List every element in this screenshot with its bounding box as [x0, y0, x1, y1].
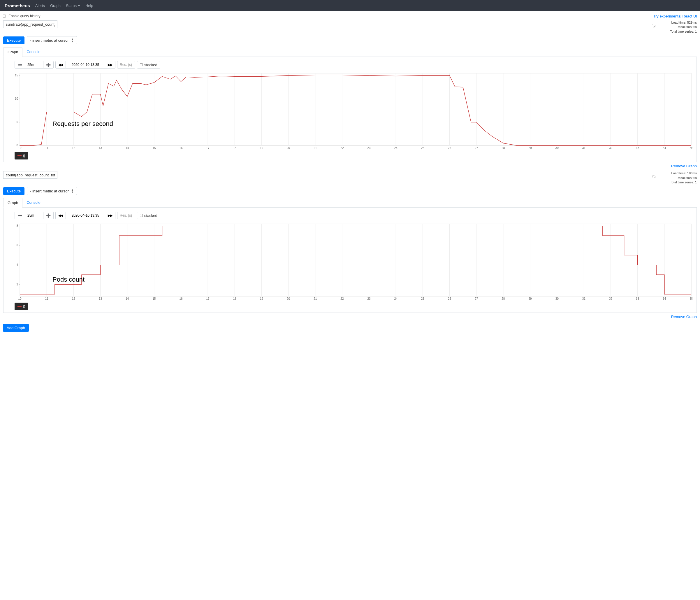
svg-text:30: 30 [555, 297, 559, 300]
svg-text:0: 0 [16, 144, 18, 147]
time-input[interactable] [66, 61, 105, 69]
svg-text:24: 24 [394, 146, 398, 149]
svg-text:23: 23 [368, 297, 371, 300]
range-input[interactable] [25, 61, 43, 69]
enable-history-label: Enable query history [8, 14, 40, 18]
graph-panel: Load time: 529ms Resolution: 6s Total ti… [3, 20, 697, 171]
nav-help[interactable]: Help [85, 3, 93, 8]
nav-alerts[interactable]: Alerts [35, 3, 45, 8]
chevron-down-icon [78, 5, 80, 6]
svg-text:19: 19 [260, 297, 264, 300]
svg-text:28: 28 [502, 146, 505, 149]
svg-text:16: 16 [179, 297, 183, 300]
svg-text:26: 26 [448, 297, 451, 300]
svg-text:23: 23 [368, 146, 371, 149]
svg-text:20: 20 [287, 297, 290, 300]
range-minus-button[interactable]: ➖ [15, 212, 25, 219]
svg-text:34: 34 [663, 297, 666, 300]
svg-text:29: 29 [528, 297, 532, 300]
time-input[interactable] [66, 212, 105, 219]
query-stats: Load time: 529ms Resolution: 6s Total ti… [659, 20, 697, 34]
svg-text:29: 29 [528, 146, 532, 149]
remove-graph-link[interactable]: Remove Graph [671, 315, 697, 319]
range-minus-button[interactable]: ➖ [15, 61, 25, 69]
chart-annotation: Requests per second [52, 120, 113, 128]
range-plus-button[interactable]: ➕ [43, 61, 54, 69]
svg-text:10: 10 [15, 97, 18, 100]
time-back-button[interactable]: ◀◀ [55, 212, 66, 219]
nav-status[interactable]: Status [66, 3, 80, 8]
svg-text:34: 34 [663, 146, 666, 149]
svg-text:5: 5 [16, 120, 18, 124]
checkbox-icon [140, 214, 143, 217]
svg-text:35: 35 [690, 146, 693, 149]
updown-icon: ▲▼ [71, 189, 74, 193]
brand[interactable]: Prometheus [5, 3, 30, 8]
resolution-input[interactable] [117, 61, 135, 69]
svg-text:31: 31 [582, 146, 586, 149]
tab-graph[interactable]: Graph [3, 47, 22, 57]
svg-text:4: 4 [16, 263, 18, 266]
svg-text:10: 10 [18, 297, 22, 300]
checkbox-icon [3, 15, 6, 18]
add-graph-button[interactable]: Add Graph [3, 324, 29, 332]
stat-series: Total time series: 1 [659, 29, 697, 34]
metric-select[interactable]: - insert metric at cursor ▲▼ [27, 187, 77, 195]
svg-text:11: 11 [45, 146, 49, 149]
svg-text:22: 22 [341, 146, 344, 149]
svg-text:19: 19 [260, 146, 264, 149]
stacked-label: stacked [144, 63, 157, 67]
stat-loadtime: Load time: 529ms [659, 20, 697, 25]
legend-entry[interactable]: {} [15, 152, 28, 160]
svg-text:18: 18 [233, 297, 236, 300]
stat-loadtime: Load time: 186ms [659, 171, 697, 175]
time-forward-button[interactable]: ▶▶ [105, 212, 116, 219]
range-input[interactable] [25, 212, 43, 219]
stacked-toggle[interactable]: stacked [137, 212, 160, 219]
legend-swatch [18, 306, 22, 307]
execute-button[interactable]: Execute [3, 37, 24, 44]
svg-text:14: 14 [126, 146, 129, 149]
svg-text:12: 12 [72, 297, 75, 300]
react-ui-link[interactable]: Try experimental React UI [653, 14, 697, 18]
svg-text:8: 8 [16, 224, 18, 227]
stat-resolution: Resolution: 6s [659, 176, 697, 180]
metric-select-label: - insert metric at cursor [30, 189, 69, 193]
navbar: Prometheus Alerts Graph Status Help [0, 0, 700, 11]
stacked-toggle[interactable]: stacked [137, 61, 160, 69]
chart[interactable]: 1011121314151617181920212223242526272829… [15, 72, 693, 151]
svg-text:6: 6 [16, 244, 18, 247]
execute-button[interactable]: Execute [3, 187, 24, 195]
svg-text:13: 13 [99, 146, 102, 149]
expression-input-wrap [3, 20, 656, 28]
svg-text:32: 32 [609, 146, 612, 149]
svg-text:17: 17 [206, 146, 210, 149]
time-forward-button[interactable]: ▶▶ [105, 61, 116, 69]
expression-input[interactable] [3, 171, 57, 179]
chart-area: 1011121314151617181920212223242526272829… [15, 72, 693, 151]
tab-graph[interactable]: Graph [3, 198, 22, 208]
tab-console[interactable]: Console [22, 47, 45, 56]
resolution-input[interactable] [117, 212, 135, 219]
range-plus-button[interactable]: ➕ [43, 212, 54, 219]
enable-history-toggle[interactable]: Enable query history [3, 14, 40, 18]
tab-console[interactable]: Console [22, 198, 45, 207]
chart[interactable]: 1011121314151617181920212223242526272829… [15, 223, 693, 302]
remove-graph-link[interactable]: Remove Graph [671, 164, 697, 168]
expression-input[interactable] [3, 20, 57, 28]
svg-text:32: 32 [609, 297, 612, 300]
updown-icon: ▲▼ [71, 38, 74, 43]
nav-graph[interactable]: Graph [50, 3, 60, 8]
svg-text:15: 15 [152, 146, 156, 149]
query-stats: Load time: 186ms Resolution: 6s Total ti… [659, 171, 697, 185]
time-back-button[interactable]: ◀◀ [55, 61, 66, 69]
svg-text:24: 24 [394, 297, 398, 300]
metric-select[interactable]: - insert metric at cursor ▲▼ [27, 36, 77, 44]
legend-swatch [18, 155, 22, 156]
svg-text:31: 31 [582, 297, 586, 300]
svg-text:20: 20 [287, 146, 290, 149]
chart-area: 1011121314151617181920212223242526272829… [15, 223, 693, 302]
svg-text:15: 15 [15, 74, 18, 77]
legend-entry[interactable]: {} [15, 303, 28, 310]
svg-text:17: 17 [206, 297, 210, 300]
